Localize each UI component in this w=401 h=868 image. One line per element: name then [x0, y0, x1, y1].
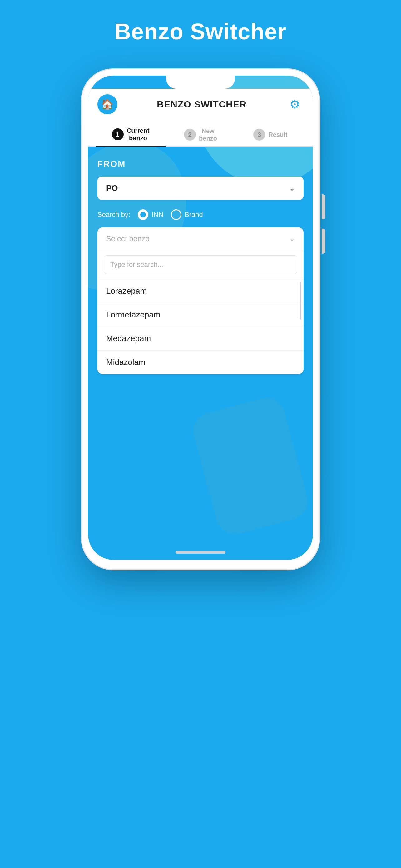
- phone-screen: 🏠 BENZO SWITCHER ⚙ 1 Currentbenzo 2 Newb…: [88, 75, 313, 560]
- home-button[interactable]: 🏠: [97, 94, 118, 114]
- list-item-lorazepam[interactable]: Lorazepam: [97, 279, 304, 303]
- home-icon: 🏠: [101, 98, 114, 110]
- page-title: Benzo Switcher: [114, 19, 287, 44]
- tab-label-result: Result: [268, 131, 287, 138]
- app-header-title: BENZO SWITCHER: [157, 99, 246, 110]
- benzo-panel: Select benzo ⌄ Type for search... Loraze…: [97, 227, 304, 374]
- tab-number-2: 2: [184, 129, 196, 141]
- list-item-medazepam[interactable]: Medazepam: [97, 327, 304, 350]
- list-item-midazolam[interactable]: Midazolam: [97, 350, 304, 374]
- radio-inn[interactable]: INN: [138, 209, 163, 220]
- list-item-lormetazepam[interactable]: Lormetazepam: [97, 303, 304, 327]
- route-select-value: PO: [106, 183, 118, 193]
- benzo-select-header[interactable]: Select benzo ⌄: [97, 227, 304, 250]
- main-content: FROM PO ⌄ Search by: INN Brand: [88, 147, 313, 383]
- home-indicator: [175, 551, 226, 554]
- settings-icon: ⚙: [290, 97, 300, 111]
- tabs-bar: 1 Currentbenzo 2 Newbenzo 3 Result: [88, 120, 313, 147]
- tab-result[interactable]: 3 Result: [235, 125, 305, 144]
- bg-shape-3: [189, 394, 312, 539]
- search-by-group: Search by: INN Brand: [97, 209, 304, 220]
- radio-brand-dot: [171, 209, 181, 220]
- radio-brand-label: Brand: [185, 211, 203, 219]
- benzo-chevron-icon: ⌄: [289, 235, 295, 243]
- side-button-volume-up: [322, 194, 326, 219]
- search-by-label: Search by:: [97, 211, 130, 219]
- section-from-label: FROM: [97, 159, 304, 169]
- app-header: 🏠 BENZO SWITCHER ⚙: [88, 89, 313, 120]
- benzo-select-placeholder: Select benzo: [106, 234, 149, 243]
- phone-notch: [166, 75, 235, 89]
- tab-label-current: Currentbenzo: [127, 127, 149, 142]
- tab-number-1: 1: [112, 128, 124, 140]
- tab-number-3: 3: [253, 129, 265, 141]
- route-select[interactable]: PO ⌄: [97, 177, 304, 200]
- scroll-indicator: [300, 282, 301, 320]
- radio-brand[interactable]: Brand: [171, 209, 203, 220]
- benzo-dropdown-wrapper: Select benzo ⌄ Type for search... Loraze…: [97, 227, 304, 374]
- settings-button[interactable]: ⚙: [286, 96, 304, 113]
- tab-new-benzo[interactable]: 2 Newbenzo: [166, 123, 235, 146]
- tab-label-new: Newbenzo: [199, 127, 217, 142]
- radio-inn-dot: [138, 209, 148, 220]
- phone-frame: 🏠 BENZO SWITCHER ⚙ 1 Currentbenzo 2 Newb…: [82, 69, 319, 569]
- route-chevron-icon: ⌄: [289, 184, 295, 192]
- radio-inn-label: INN: [152, 211, 163, 219]
- tab-current-benzo[interactable]: 1 Currentbenzo: [96, 123, 166, 147]
- benzo-search-input[interactable]: Type for search...: [104, 255, 297, 274]
- side-button-volume-down: [322, 229, 326, 254]
